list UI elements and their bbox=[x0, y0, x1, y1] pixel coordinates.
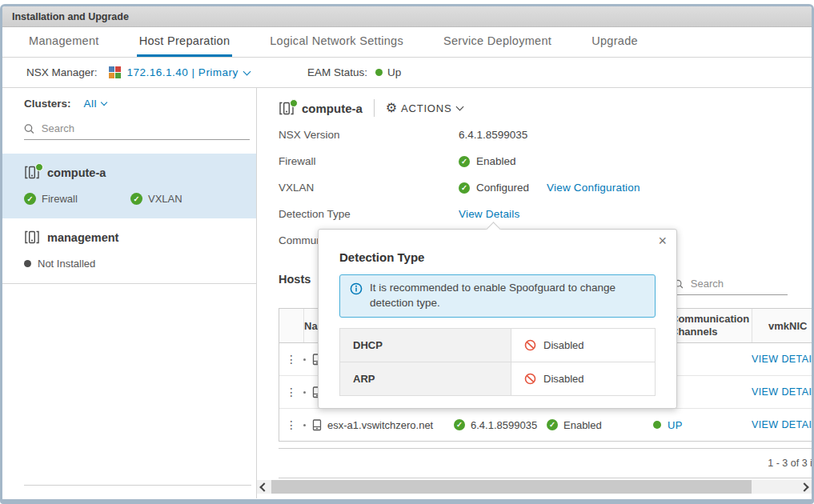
scrollbar-track[interactable] bbox=[752, 480, 797, 494]
divider bbox=[374, 99, 375, 117]
tab-management[interactable]: Management bbox=[26, 27, 102, 57]
row-menu-icon[interactable]: ⋮ bbox=[286, 419, 297, 430]
clusters-label: Clusters: bbox=[24, 98, 71, 110]
view-details-link[interactable]: VIEW DETAILS bbox=[752, 386, 812, 398]
eam-status-up-dot bbox=[375, 69, 383, 76]
popup-info-banner: It is recommended to enable Spoofguard t… bbox=[339, 274, 656, 318]
close-icon[interactable]: × bbox=[658, 234, 667, 248]
actions-menu-button[interactable]: ⚙ ACTIONS bbox=[386, 102, 463, 114]
horizontal-scrollbar[interactable] bbox=[257, 480, 812, 494]
popup-info-text: It is recommended to enable Spoofguard t… bbox=[370, 281, 645, 311]
status-ok-icon: ✓ bbox=[459, 182, 470, 194]
host-name: esx-a1.vswitchzero.net bbox=[327, 419, 433, 431]
cluster-ok-dot bbox=[290, 99, 298, 107]
status-ok-icon: ✓ bbox=[454, 419, 465, 430]
tab-bar: Management Host Preparation Logical Netw… bbox=[2, 27, 812, 58]
cluster-ok-dot bbox=[35, 163, 43, 171]
column-header-vmknic[interactable]: vmkNIC bbox=[752, 309, 812, 342]
detail-row-nsx-version: NSX Version 6.4.1.8599035 bbox=[279, 122, 812, 148]
tab-host-preparation[interactable]: Host Preparation bbox=[137, 27, 233, 57]
channel-up-dot bbox=[653, 421, 661, 429]
host-icon bbox=[312, 419, 322, 431]
tab-upgrade[interactable]: Upgrade bbox=[589, 27, 640, 57]
cluster-item-compute-a[interactable]: compute-a ✓Firewall ✓VXLAN bbox=[2, 154, 256, 218]
chevron-down-icon bbox=[101, 99, 107, 106]
disabled-ban-icon bbox=[524, 339, 536, 351]
status-label: VXLAN bbox=[148, 193, 182, 205]
chevron-left-icon bbox=[259, 482, 268, 491]
cluster-icon bbox=[24, 230, 40, 244]
disabled-ban-icon bbox=[524, 373, 536, 385]
view-details-link[interactable]: View Details bbox=[459, 208, 519, 220]
window-titlebar: Installation and Upgrade bbox=[2, 6, 812, 27]
clusters-sidebar: Clusters: All compute-a bbox=[2, 88, 257, 498]
scrollbar-thumb[interactable] bbox=[271, 480, 752, 494]
cluster-search bbox=[24, 122, 250, 140]
cluster-search-input[interactable] bbox=[40, 122, 250, 135]
nsx-manager-dropdown[interactable]: 172.16.1.40 | Primary bbox=[127, 66, 250, 78]
window-title: Installation and Upgrade bbox=[12, 11, 129, 22]
row-expand-dot bbox=[303, 358, 306, 361]
sidebar-bottom-divider bbox=[24, 485, 251, 486]
status-ok-icon: ✓ bbox=[24, 193, 36, 205]
detail-row-detection-type: Detection Type View Details bbox=[279, 201, 812, 227]
status-not-installed-dot bbox=[24, 260, 31, 267]
detail-row-vxlan: VXLAN ✓ConfiguredView Configuration bbox=[279, 174, 812, 201]
view-details-link[interactable]: VIEW DETAILS bbox=[752, 419, 812, 430]
pagination-label: 1 - 3 of 3 items bbox=[768, 458, 812, 469]
chevron-down-icon bbox=[456, 103, 464, 111]
info-icon bbox=[350, 282, 363, 295]
status-ok-icon: ✓ bbox=[547, 419, 558, 430]
popup-title: Detection Type bbox=[339, 250, 656, 264]
cluster-name: management bbox=[47, 231, 118, 244]
cluster-item-management[interactable]: management Not Installed bbox=[2, 218, 256, 283]
cluster-detail-title: compute-a bbox=[302, 102, 363, 115]
nsx-manager-bar: NSX Manager: 172.16.1.40 | Primary EAM S… bbox=[2, 58, 812, 88]
tab-service-deployment[interactable]: Service Deployment bbox=[441, 27, 554, 57]
search-icon bbox=[24, 123, 34, 134]
gear-icon: ⚙ bbox=[386, 102, 398, 114]
tab-logical-network-settings[interactable]: Logical Network Settings bbox=[267, 27, 406, 57]
detail-row-firewall: Firewall ✓Enabled bbox=[279, 148, 812, 174]
status-label: Firewall bbox=[42, 193, 78, 205]
hosts-search-input[interactable] bbox=[689, 277, 788, 290]
detection-type-table: DHCP Disabled ARP Disabled bbox=[339, 328, 656, 396]
scroll-left-button[interactable] bbox=[257, 480, 271, 494]
cluster-icon bbox=[279, 102, 295, 115]
nsx-manager-label: NSX Manager: bbox=[26, 66, 98, 78]
nsx-manager-icon bbox=[109, 66, 121, 78]
status-ok-icon: ✓ bbox=[459, 156, 470, 167]
scroll-right-button[interactable] bbox=[797, 480, 812, 494]
view-details-link[interactable]: VIEW DETAILS bbox=[752, 354, 812, 365]
eam-status-value: Up bbox=[387, 66, 401, 78]
row-expand-dot bbox=[303, 391, 306, 394]
detection-row-dhcp: DHCP Disabled bbox=[340, 329, 655, 362]
clusters-filter-dropdown[interactable]: All bbox=[84, 98, 107, 110]
cluster-icon bbox=[24, 166, 40, 179]
cluster-name: compute-a bbox=[47, 166, 106, 179]
clusters-filter-row: Clusters: All bbox=[24, 98, 256, 110]
row-menu-icon[interactable]: ⋮ bbox=[286, 354, 297, 365]
detection-row-arp: ARP Disabled bbox=[340, 362, 655, 395]
row-menu-icon[interactable]: ⋮ bbox=[286, 386, 297, 398]
cluster-detail-header: compute-a ⚙ ACTIONS bbox=[279, 98, 812, 118]
column-header-menu bbox=[279, 309, 303, 342]
eam-status-label: EAM Status: bbox=[307, 66, 367, 78]
host-table-row[interactable]: ⋮ esx-a1.vswitchzero.net ✓6.4.1.8599035 … bbox=[279, 409, 812, 441]
detection-type-popup: × Detection Type It is recommended to en… bbox=[318, 229, 677, 409]
hosts-search bbox=[674, 277, 788, 295]
row-expand-dot bbox=[303, 424, 306, 426]
cluster-list: compute-a ✓Firewall ✓VXLAN management bbox=[2, 154, 256, 284]
hosts-table-footer: 1 - 3 of 3 items bbox=[279, 448, 812, 478]
status-ok-icon: ✓ bbox=[130, 193, 142, 205]
chevron-right-icon bbox=[800, 482, 808, 491]
chevron-down-icon bbox=[243, 67, 251, 75]
status-label: Not Installed bbox=[38, 258, 95, 270]
view-configuration-link[interactable]: View Configuration bbox=[547, 182, 640, 194]
